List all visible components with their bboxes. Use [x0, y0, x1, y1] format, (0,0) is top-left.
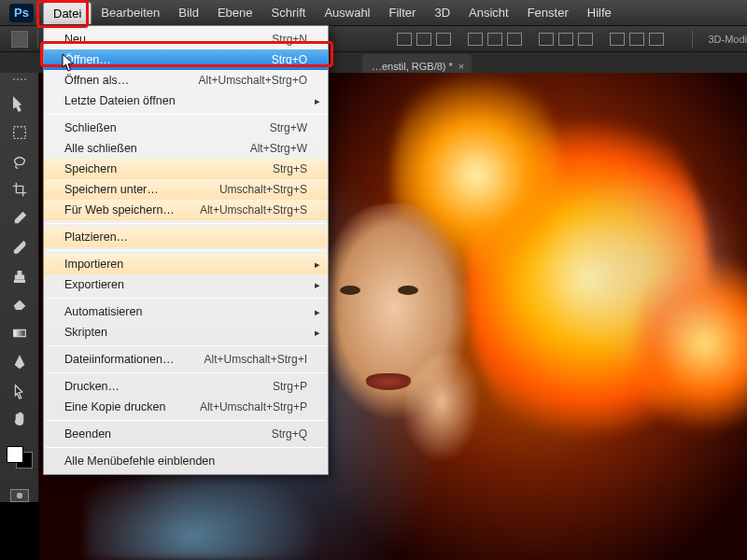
menu-filter[interactable]: Filter	[380, 2, 426, 23]
menu-open-as[interactable]: Öffnen als…Alt+Umschalt+Strg+O	[44, 70, 328, 91]
menu-schrift[interactable]: Schrift	[262, 2, 316, 23]
align-bottom-icon[interactable]	[507, 33, 522, 46]
menu-open[interactable]: Öffnen…Strg+O	[44, 49, 328, 70]
menu-print-copy[interactable]: Eine Kopie druckenAlt+Umschalt+Strg+P	[44, 397, 328, 417]
separator	[46, 345, 326, 346]
align-left-icon[interactable]	[397, 33, 412, 46]
menu-save-for-web[interactable]: Für Web speichern…Alt+Umschalt+Strg+S	[44, 200, 328, 220]
menu-hilfe[interactable]: Hilfe	[578, 2, 621, 23]
gradient-tool-icon[interactable]	[8, 324, 31, 343]
menu-bearbeiten[interactable]: Bearbeiten	[92, 2, 169, 23]
document-tab[interactable]: …enstil, RGB/8) * ×	[362, 54, 472, 75]
menu-exit[interactable]: BeendenStrg+Q	[44, 424, 328, 444]
menu-new[interactable]: Neu…Strg+N	[44, 29, 328, 49]
color-swatches[interactable]	[7, 446, 33, 469]
quickmask-icon[interactable]	[10, 489, 29, 502]
menu-ansicht[interactable]: Ansicht	[459, 2, 518, 23]
brush-tool-icon[interactable]	[8, 238, 31, 258]
separator	[692, 30, 693, 49]
menu-place[interactable]: Platzieren…	[44, 227, 328, 247]
separator	[46, 447, 326, 448]
pen-tool-icon[interactable]	[8, 353, 31, 372]
menu-save-as[interactable]: Speichern unter…Umschalt+Strg+S	[44, 179, 328, 200]
align-top-icon[interactable]	[468, 33, 483, 46]
menu-recent-files[interactable]: Letzte Dateien öffnen	[44, 91, 328, 111]
distribute-h-icon[interactable]	[539, 33, 554, 46]
eyedropper-tool-icon[interactable]	[8, 209, 31, 229]
menu-bild[interactable]: Bild	[169, 2, 208, 23]
stamp-tool-icon[interactable]	[8, 266, 31, 286]
close-icon[interactable]: ×	[458, 61, 464, 72]
menu-show-all[interactable]: Alle Menübefehle einblenden	[44, 451, 328, 471]
hand-tool-icon[interactable]	[8, 410, 31, 429]
marquee-tool-icon[interactable]	[8, 123, 31, 143]
menu-close-all[interactable]: Alle schließenAlt+Strg+W	[44, 138, 328, 159]
menu-import[interactable]: Importieren	[44, 254, 328, 274]
menu-fenster[interactable]: Fenster	[518, 2, 578, 23]
align-right-icon[interactable]	[436, 33, 451, 46]
align-center-v-icon[interactable]	[487, 33, 502, 46]
menu-print[interactable]: Drucken…Strg+P	[44, 376, 328, 397]
svg-rect-1	[13, 330, 25, 337]
move-tool-icon[interactable]	[8, 94, 31, 114]
separator	[46, 223, 326, 224]
separator	[46, 250, 326, 251]
file-menu-dropdown: Neu…Strg+N Öffnen…Strg+O Öffnen als…Alt+…	[43, 25, 329, 475]
toolbox-grip[interactable]	[6, 78, 34, 85]
separator	[46, 420, 326, 421]
tab-title: …enstil, RGB/8) *	[372, 61, 453, 72]
menu-3d[interactable]: 3D	[425, 2, 459, 23]
app-logo: Ps	[9, 4, 34, 22]
menu-scripts[interactable]: Skripten	[44, 322, 328, 343]
path-select-tool-icon[interactable]	[8, 381, 31, 400]
menu-datei[interactable]: Datei	[43, 2, 92, 24]
distribute-space-v-icon[interactable]	[629, 33, 644, 46]
menu-save[interactable]: SpeichernStrg+S	[44, 159, 328, 179]
lasso-tool-icon[interactable]	[8, 151, 31, 171]
menubar: Ps Datei Bearbeiten Bild Ebene Schrift A…	[0, 0, 747, 26]
foreground-color-swatch[interactable]	[7, 446, 23, 463]
menu-ebene[interactable]: Ebene	[208, 2, 262, 23]
menu-close[interactable]: SchließenStrg+W	[44, 118, 328, 138]
svg-rect-0	[13, 127, 25, 139]
distribute-icon[interactable]	[578, 33, 593, 46]
distribute-v-icon[interactable]	[558, 33, 573, 46]
separator	[46, 114, 326, 115]
menu-auswahl[interactable]: Auswahl	[315, 2, 379, 23]
tool-preset-icon[interactable]	[11, 31, 28, 48]
distribute-space-icon[interactable]	[649, 33, 664, 46]
mode-3d-label[interactable]: 3D-Modi	[708, 34, 747, 45]
align-center-h-icon[interactable]	[416, 33, 431, 46]
eraser-tool-icon[interactable]	[8, 295, 31, 315]
distribute-space-h-icon[interactable]	[610, 33, 625, 46]
separator	[37, 30, 38, 49]
toolbox	[0, 73, 39, 502]
crop-tool-icon[interactable]	[8, 180, 31, 200]
separator	[46, 372, 326, 373]
align-buttons	[397, 33, 664, 46]
separator	[46, 298, 326, 299]
menu-automate[interactable]: Automatisieren	[44, 301, 328, 322]
menu-file-info[interactable]: Dateiinformationen…Alt+Umschalt+Strg+I	[44, 349, 328, 370]
menu-export[interactable]: Exportieren	[44, 274, 328, 295]
